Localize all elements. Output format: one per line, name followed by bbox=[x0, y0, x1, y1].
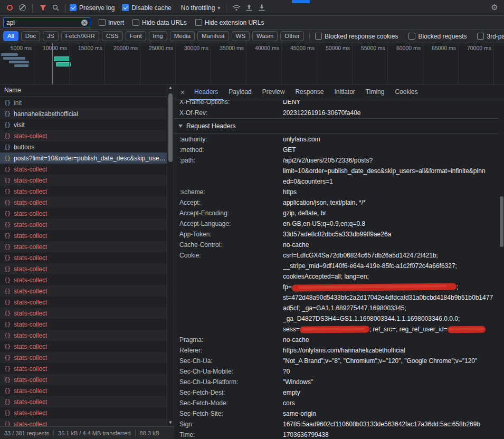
hide-data-urls-checkbox-group[interactable]: Hide data URLs bbox=[132, 19, 187, 26]
hide-extension-urls-checkbox[interactable] bbox=[195, 19, 202, 26]
record-button[interactable] bbox=[3, 2, 16, 14]
filter-checkbox-group[interactable]: Blocked requests bbox=[408, 33, 467, 40]
scrollbar-thumb[interactable] bbox=[500, 196, 503, 247]
checkbox-unchecked[interactable] bbox=[477, 33, 484, 40]
clear-filter-icon[interactable]: × bbox=[81, 20, 88, 26]
tab-preview[interactable]: Preview bbox=[257, 84, 290, 100]
advanced-filters: Blocked response cookiesBlocked requests… bbox=[315, 33, 504, 40]
disable-cache-checkbox[interactable] bbox=[122, 4, 129, 11]
request-row[interactable]: {}stats-collect bbox=[0, 407, 167, 418]
filter-chip-other[interactable]: Other bbox=[280, 31, 304, 41]
resource-type-filter-bar: AllDocJSFetch/XHRCSSFontImgMediaManifest… bbox=[0, 30, 504, 43]
tab-cookies[interactable]: Cookies bbox=[389, 84, 423, 100]
request-headers-section[interactable]: Request Headers bbox=[174, 118, 499, 134]
filter-input[interactable] bbox=[4, 19, 81, 26]
filter-input-box[interactable]: × bbox=[3, 17, 90, 27]
disable-cache-checkbox-group[interactable]: Disable cache bbox=[122, 4, 171, 12]
filter-chip-wasm[interactable]: Wasm bbox=[252, 31, 278, 41]
request-row[interactable]: {}stats-collect bbox=[0, 186, 167, 197]
filter-chip-media[interactable]: Media bbox=[170, 31, 195, 41]
network-conditions-button[interactable] bbox=[230, 2, 243, 14]
request-row[interactable]: {}stats-collect bbox=[0, 130, 167, 141]
request-row[interactable]: {}posts?limit=10&order=publish_date_desc… bbox=[0, 152, 167, 164]
header-row: Accept-Language:en-GB,en-US;q=0.9,en;q=0… bbox=[174, 218, 499, 229]
request-row[interactable]: {}stats-collect bbox=[0, 263, 167, 274]
script-icon: {} bbox=[4, 122, 11, 128]
request-row[interactable]: {}stats-collect bbox=[0, 175, 167, 186]
filter-toggle-button[interactable] bbox=[36, 2, 49, 14]
name-column-header[interactable]: Name bbox=[0, 84, 174, 97]
request-row[interactable]: {}stats-collect bbox=[0, 352, 167, 363]
header-name: App-Token: bbox=[179, 229, 283, 240]
hide-extension-urls-checkbox-group[interactable]: Hide extension URLs bbox=[195, 19, 264, 26]
filter-chip-css[interactable]: CSS bbox=[102, 31, 123, 41]
filter-chip-img[interactable]: Img bbox=[149, 31, 167, 41]
search-button[interactable] bbox=[49, 2, 62, 14]
invert-checkbox[interactable] bbox=[99, 19, 106, 26]
details-scrollbar[interactable] bbox=[499, 100, 504, 439]
tab-response[interactable]: Response bbox=[290, 84, 329, 100]
close-details-button[interactable]: × bbox=[176, 85, 189, 100]
throttling-dropdown[interactable]: No throttling ▾ bbox=[181, 4, 220, 12]
header-value-text: sess= bbox=[283, 326, 300, 333]
header-value-line: cookiesAccepted=all; lang=en; bbox=[283, 271, 499, 282]
request-row[interactable]: {}stats-collect bbox=[0, 164, 167, 175]
search-icon bbox=[52, 4, 59, 11]
request-row[interactable]: {}buttons bbox=[0, 141, 167, 152]
preserve-log-checkbox[interactable] bbox=[70, 4, 77, 11]
filter-chip-manifest[interactable]: Manifest bbox=[197, 31, 229, 41]
request-row[interactable]: {}stats-collect bbox=[0, 285, 167, 297]
request-row[interactable]: {}stats-collect bbox=[0, 274, 167, 285]
request-row[interactable]: {}stats-collect bbox=[0, 252, 167, 263]
scroll-up-icon[interactable]: ▲ bbox=[167, 84, 174, 91]
script-icon: {} bbox=[4, 211, 11, 216]
request-row[interactable]: {}stats-collect bbox=[0, 297, 167, 308]
script-icon: {} bbox=[4, 199, 11, 205]
request-row[interactable]: {}hannahelizabethofficial bbox=[0, 108, 167, 119]
preserve-log-checkbox-group[interactable]: Preserve log bbox=[70, 4, 115, 12]
request-row[interactable]: {}stats-collect bbox=[0, 363, 167, 374]
request-row[interactable]: {}stats-collect bbox=[0, 418, 167, 426]
request-name: stats-collect bbox=[14, 210, 47, 217]
request-row[interactable]: {}stats-collect bbox=[0, 374, 167, 385]
filter-checkbox-group[interactable]: 3rd-party requests bbox=[477, 33, 504, 40]
request-list-scrollbar[interactable]: ▲ ▼ bbox=[167, 84, 174, 426]
request-row[interactable]: {}stats-collect bbox=[0, 208, 167, 219]
filter-chip-doc[interactable]: Doc bbox=[21, 31, 40, 41]
checkbox-unchecked[interactable] bbox=[315, 33, 322, 40]
request-row[interactable]: {}stats-collect bbox=[0, 385, 167, 396]
clear-button[interactable] bbox=[16, 2, 28, 14]
checkbox-unchecked[interactable] bbox=[408, 33, 415, 40]
scrollbar-thumb[interactable] bbox=[168, 93, 173, 162]
export-har-button[interactable] bbox=[255, 2, 268, 14]
request-row[interactable]: {}init bbox=[0, 97, 167, 108]
filter-chip-fetch-xhr[interactable]: Fetch/XHR bbox=[61, 31, 99, 41]
scroll-down-icon[interactable]: ▼ bbox=[167, 419, 174, 426]
script-icon: {} bbox=[4, 166, 11, 172]
tab-payload[interactable]: Payload bbox=[223, 84, 256, 100]
filter-chip-all[interactable]: All bbox=[3, 31, 18, 41]
filter-checkbox-group[interactable]: Blocked response cookies bbox=[315, 33, 398, 40]
filter-chip-js[interactable]: JS bbox=[43, 31, 58, 41]
overview-timeline[interactable]: 5000 ms10000 ms15000 ms20000 ms25000 ms3… bbox=[0, 43, 504, 84]
filter-chip-font[interactable]: Font bbox=[126, 31, 146, 41]
request-row[interactable]: {}stats-collect bbox=[0, 241, 167, 252]
request-row[interactable]: {}stats-collect bbox=[0, 330, 167, 341]
tab-headers[interactable]: Headers bbox=[189, 84, 223, 100]
request-row[interactable]: {}stats-collect bbox=[0, 219, 167, 230]
request-row[interactable]: {}stats-collect bbox=[0, 319, 167, 330]
tab-timing[interactable]: Timing bbox=[360, 84, 390, 100]
header-value: 33d57ade8c02dbc5a333db99ff9ae26a bbox=[283, 229, 499, 240]
import-har-button[interactable] bbox=[243, 2, 255, 14]
request-row[interactable]: {}stats-collect bbox=[0, 197, 167, 208]
tab-initiator[interactable]: Initiator bbox=[329, 84, 360, 100]
filter-chip-ws[interactable]: WS bbox=[232, 31, 250, 41]
request-row[interactable]: {}stats-collect bbox=[0, 341, 167, 352]
request-row[interactable]: {}visit bbox=[0, 119, 167, 130]
request-row[interactable]: {}stats-collect bbox=[0, 230, 167, 241]
request-row[interactable]: {}stats-collect bbox=[0, 396, 167, 407]
request-row[interactable]: {}stats-collect bbox=[0, 308, 167, 319]
hide-data-urls-checkbox[interactable] bbox=[132, 19, 139, 26]
invert-checkbox-group[interactable]: Invert bbox=[99, 19, 124, 26]
settings-button[interactable]: ⚙ bbox=[488, 2, 501, 14]
